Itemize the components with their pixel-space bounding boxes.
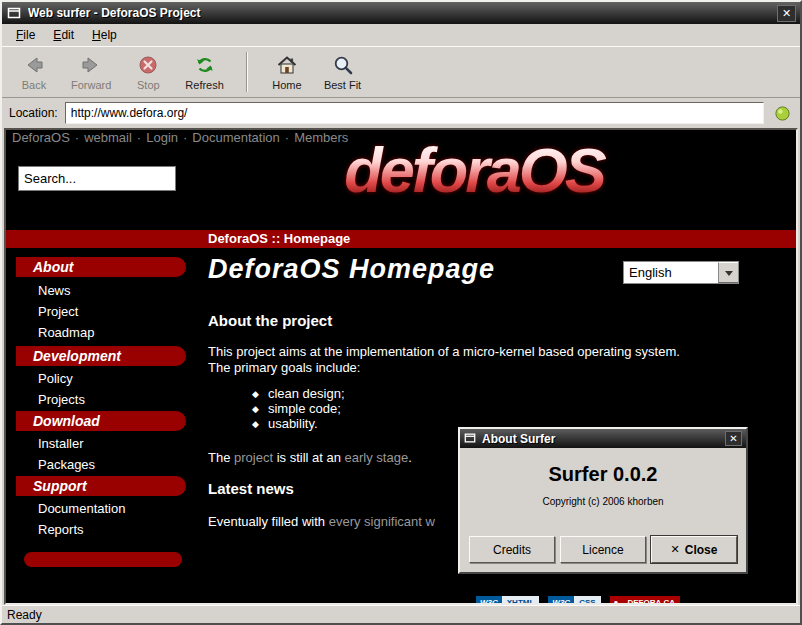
home-label: Home — [272, 79, 301, 91]
diamond-bullet-icon: ◆ — [252, 419, 259, 429]
defora-ca-badge[interactable]: ●DEFORA.CA — [610, 596, 680, 605]
zoom-fit-icon — [332, 54, 354, 78]
breadcrumb: DeforaOS :: Homepage — [208, 231, 350, 246]
licence-label: Licence — [582, 543, 623, 557]
menu-edit[interactable]: Edit — [44, 25, 83, 45]
copyright-text: Copyright (c) 2006 khorben — [460, 496, 746, 507]
bullet-text: simple code; — [268, 401, 341, 416]
diamond-bullet-icon: ◆ — [252, 389, 259, 399]
project-status-line: The project is still at an early stage. — [208, 450, 412, 466]
topnav-separator: · — [137, 130, 141, 145]
forward-label: Forward — [71, 79, 111, 91]
stop-icon — [137, 54, 159, 78]
sidebar-item-roadmap[interactable]: Roadmap — [38, 325, 94, 340]
home-icon — [276, 54, 298, 78]
menubar: File Edit Help — [2, 24, 800, 46]
topnav-separator: · — [183, 130, 187, 145]
back-button[interactable]: Back — [10, 49, 58, 96]
topnav-link-webmail[interactable]: webmail — [84, 130, 132, 145]
sidebar-header-support[interactable]: Support — [16, 476, 186, 496]
dialog-close-button[interactable]: ✕ — [725, 431, 742, 446]
sidebar-item-packages[interactable]: Packages — [38, 457, 95, 472]
refresh-label: Refresh — [185, 79, 224, 91]
sidebar-header-download[interactable]: Download — [16, 411, 186, 431]
page-title: DeforaOS Homepage — [208, 254, 495, 285]
credits-label: Credits — [493, 543, 531, 557]
stop-button[interactable]: Stop — [124, 49, 172, 96]
location-label: Location: — [9, 106, 58, 120]
breadcrumb-bar — [6, 230, 796, 248]
topnav-link-deforaos[interactable]: DeforaOS — [12, 130, 70, 145]
sidebar-item-documentation[interactable]: Documentation — [38, 501, 125, 516]
back-label: Back — [22, 79, 46, 91]
search-input[interactable] — [18, 166, 176, 191]
bullet-item: ◆simple code; — [252, 401, 341, 416]
close-button[interactable]: ✕Close — [651, 536, 737, 563]
news-link[interactable]: every significant w — [329, 514, 435, 529]
sidebar-item-news[interactable]: News — [38, 283, 71, 298]
early-stage-link[interactable]: early stage — [345, 450, 409, 465]
window-close-button[interactable]: ✕ — [777, 5, 796, 22]
dialog-title: About Surfer — [482, 432, 725, 446]
badge-right: CSS — [574, 596, 600, 605]
language-selected-value: English — [624, 262, 718, 283]
status-text: The — [208, 450, 234, 465]
sidebar-item-projects[interactable]: Projects — [38, 392, 85, 407]
badge-left: W3C — [548, 596, 574, 605]
window-titlebar[interactable]: Web surfer - DeforaOS Project ✕ — [2, 2, 800, 24]
licence-button[interactable]: Licence — [560, 536, 646, 563]
toolbar: Back Forward Stop Refresh Home Best Fit — [2, 46, 800, 98]
about-project-heading: About the project — [208, 312, 332, 329]
window-icon — [6, 6, 21, 21]
w3c-xhtml-badge[interactable]: W3CXHTML — [476, 596, 539, 605]
go-button[interactable] — [771, 102, 793, 124]
language-dropdown-button[interactable] — [718, 262, 738, 283]
chevron-down-icon — [725, 271, 733, 280]
sidebar-header-development[interactable]: Development — [16, 346, 186, 366]
forward-button[interactable]: Forward — [64, 49, 118, 96]
dialog-buttons: Credits Licence ✕Close — [469, 536, 737, 563]
window-title: Web surfer - DeforaOS Project — [28, 6, 777, 20]
status-text: Ready — [7, 608, 42, 622]
diamond-bullet-icon: ◆ — [252, 404, 259, 414]
intro-paragraph: This project aims at the implementation … — [208, 344, 680, 376]
sidebar-end-decoration — [24, 552, 182, 567]
status-text: is still at an — [273, 450, 345, 465]
topnav-link-login[interactable]: Login — [146, 130, 178, 145]
best-fit-button[interactable]: Best Fit — [317, 49, 368, 96]
sidebar-item-policy[interactable]: Policy — [38, 371, 73, 386]
news-line: Eventually filled with every significant… — [208, 514, 435, 530]
news-text: Eventually filled with — [208, 514, 329, 529]
intro-line-1: This project aims at the implementation … — [208, 344, 680, 360]
bullet-text: clean design; — [268, 386, 345, 401]
browser-window: Web surfer - DeforaOS Project ✕ File Edi… — [0, 0, 802, 625]
location-input[interactable] — [65, 102, 764, 124]
credits-button[interactable]: Credits — [469, 536, 555, 563]
w3c-css-badge[interactable]: W3CCSS — [548, 596, 600, 605]
menu-help[interactable]: Help — [83, 25, 126, 45]
close-label: Close — [685, 543, 718, 557]
app-version: Surfer 0.0.2 — [460, 463, 746, 486]
sidebar-item-reports[interactable]: Reports — [38, 522, 84, 537]
sidebar-item-project[interactable]: Project — [38, 304, 78, 319]
best-fit-label: Best Fit — [324, 79, 361, 91]
stop-label: Stop — [137, 79, 160, 91]
home-button[interactable]: Home — [263, 49, 311, 96]
sidebar-header-about[interactable]: About — [16, 257, 186, 277]
intro-line-2: The primary goals include: — [208, 360, 680, 376]
bullet-item: ◆usability. — [252, 416, 318, 431]
deforaos-logo: deforaOS — [194, 134, 754, 206]
badge-right: XHTML — [502, 596, 540, 605]
bullet-text: usability. — [268, 416, 318, 431]
refresh-icon — [194, 54, 216, 78]
menu-file[interactable]: File — [7, 25, 44, 45]
refresh-button[interactable]: Refresh — [178, 49, 231, 96]
project-link[interactable]: project — [234, 450, 273, 465]
dialog-titlebar[interactable]: About Surfer ✕ — [460, 429, 746, 448]
badge-left: W3C — [476, 596, 502, 605]
latest-news-heading: Latest news — [208, 480, 294, 497]
sidebar-item-installer[interactable]: Installer — [38, 436, 84, 451]
language-select[interactable]: English — [623, 261, 739, 284]
status-text: . — [408, 450, 412, 465]
about-surfer-dialog: About Surfer ✕ Surfer 0.0.2 Copyright (c… — [458, 427, 748, 574]
